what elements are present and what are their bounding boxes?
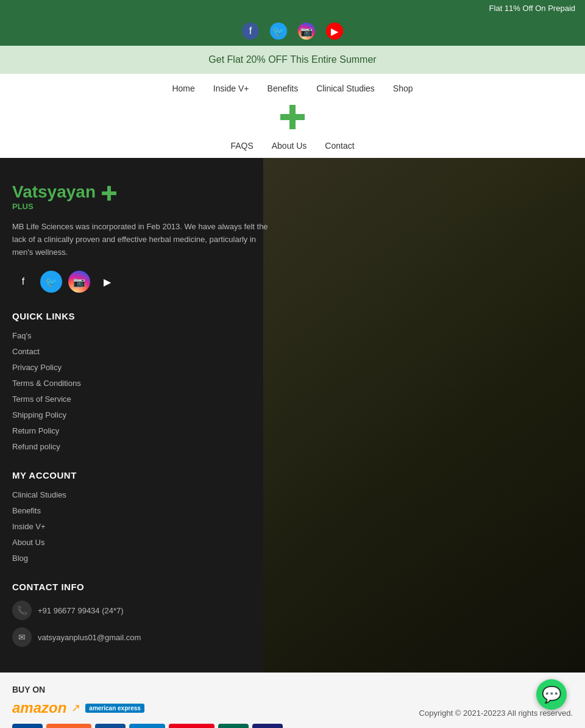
promo-banner: Get Flat 20% OFF This Entire Summer <box>0 46 585 74</box>
footer-background-image <box>263 158 585 673</box>
link-terms-conditions[interactable]: Terms & Conditions <box>12 379 81 388</box>
link-shipping-policy[interactable]: Shipping Policy <box>12 410 66 419</box>
logo-cross-icon <box>277 102 308 132</box>
link-return-policy[interactable]: Return Policy <box>12 426 59 435</box>
youtube-icon[interactable]: ▶ <box>326 23 343 40</box>
list-item: Terms of Service <box>12 393 274 404</box>
discover-card: DISCOVER <box>46 724 91 728</box>
bottom-bar: BUY ON amazon ↗ american express Diners … <box>0 673 585 728</box>
footer-social-icons: f 🐦 📷 ▶ <box>12 271 274 293</box>
link-blog[interactable]: Blog <box>12 554 28 563</box>
list-item: About Us <box>12 537 274 548</box>
my-account-list: Clinical Studies Benefits Inside V+ Abou… <box>12 489 274 563</box>
amazon-logo[interactable]: amazon ↗ american express <box>12 699 283 716</box>
twitter-icon[interactable]: 🐦 <box>270 23 287 40</box>
buy-on-section: BUY ON amazon ↗ american express Diners … <box>12 685 283 728</box>
footer-brand-vatsyayan: Vatsyayan <box>12 182 96 201</box>
nav-benefits[interactable]: Benefits <box>268 84 299 93</box>
link-terms-service[interactable]: Terms of Service <box>12 394 71 404</box>
quick-links-list: Faq's Contact Privacy Policy Terms & Con… <box>12 330 274 452</box>
list-item: Inside V+ <box>12 521 274 532</box>
nav-about-us[interactable]: About Us <box>272 141 307 151</box>
copyright-text: Copyright © 2021-20223 All rights reserv… <box>419 708 573 718</box>
announcement-bar: Flat 11% Off On Prepaid <box>0 0 585 16</box>
contact-info-title: CONTACT INFO <box>12 582 274 592</box>
svg-rect-1 <box>280 114 305 120</box>
phone-icon: 📞 <box>12 601 32 620</box>
nav-shop[interactable]: Shop <box>393 84 413 93</box>
list-item: Blog <box>12 552 274 563</box>
list-item: Contact <box>12 346 274 357</box>
social-bar: f 🐦 📷 ▶ <box>0 16 585 46</box>
footer-description: MB Life Sciences was incorporated in Feb… <box>12 221 274 259</box>
footer-logo-plus: PLUS <box>12 202 118 211</box>
link-refund-policy[interactable]: Refund policy <box>12 442 60 451</box>
link-benefits[interactable]: Benefits <box>12 506 41 515</box>
whatsapp-button[interactable]: 💬 <box>536 679 567 710</box>
footer-facebook-icon[interactable]: f <box>12 271 34 293</box>
nav-home[interactable]: Home <box>172 84 194 93</box>
contact-email[interactable]: vatsyayanplus01@gmail.com <box>38 633 141 642</box>
amazon-arrow-icon: ↗ <box>71 701 80 715</box>
nav-contact[interactable]: Contact <box>325 141 354 151</box>
announcement-text: Flat 11% Off On Prepaid <box>489 4 575 13</box>
mastercard-card: mastercard <box>169 724 214 728</box>
contact-email-item: ✉ vatsyayanplus01@gmail.com <box>12 627 274 647</box>
buy-on-label: BUY ON <box>12 685 283 694</box>
link-faqs[interactable]: Faq's <box>12 331 31 340</box>
maestro-card: maestro <box>129 724 165 728</box>
main-nav: Home Inside V+ Benefits Clinical Studies… <box>0 74 585 158</box>
list-item: Benefits <box>12 505 274 516</box>
jcb-card: JCB <box>95 724 126 728</box>
whatsapp-icon: 💬 <box>542 685 561 704</box>
footer-cross-svg <box>101 185 118 202</box>
quick-links-title: QUICK LINKS <box>12 311 274 321</box>
amex-badge: american express <box>85 704 144 713</box>
my-account-title: MY ACCOUNT <box>12 470 274 480</box>
nav-top-links: Home Inside V+ Benefits Clinical Studies… <box>0 80 585 97</box>
footer-youtube-icon[interactable]: ▶ <box>96 271 118 293</box>
email-icon: ✉ <box>12 627 32 647</box>
list-item: Refund policy <box>12 441 274 452</box>
contact-phone[interactable]: +91 96677 99434 (24*7) <box>38 606 124 615</box>
list-item: Clinical Studies <box>12 489 274 500</box>
link-privacy-policy[interactable]: Privacy Policy <box>12 363 62 372</box>
contact-phone-item: 📞 +91 96677 99434 (24*7) <box>12 601 274 620</box>
list-item: Privacy Policy <box>12 362 274 373</box>
footer-content: Vatsyayan PLUS MB Life Sciences was inco… <box>0 158 292 673</box>
payment-cards: Diners DISCOVER JCB maestro mastercard R… <box>12 724 283 728</box>
list-item: Shipping Policy <box>12 409 274 420</box>
list-item: Faq's <box>12 330 274 341</box>
nav-logo-container[interactable] <box>277 97 308 137</box>
amazon-text: amazon <box>12 699 66 716</box>
link-contact[interactable]: Contact <box>12 347 40 356</box>
visa-card: VISA <box>252 724 283 728</box>
nav-bottom-links: FAQS About Us Contact <box>0 137 585 158</box>
footer-twitter-icon[interactable]: 🐦 <box>40 271 62 293</box>
link-clinical-studies[interactable]: Clinical Studies <box>12 490 66 499</box>
list-item: Return Policy <box>12 425 274 436</box>
nav-faqs[interactable]: FAQS <box>230 141 253 151</box>
footer-instagram-icon[interactable]: 📷 <box>68 271 90 293</box>
link-inside-v[interactable]: Inside V+ <box>12 522 46 531</box>
footer-logo-brand: Vatsyayan PLUS <box>12 182 118 211</box>
footer-logo: Vatsyayan PLUS <box>12 182 274 211</box>
instagram-icon[interactable]: 📷 <box>298 23 315 40</box>
promo-text: Get Flat 20% OFF This Entire Summer <box>208 54 376 65</box>
link-about-us[interactable]: About Us <box>12 538 44 547</box>
rupay-card: RuPay <box>218 724 249 728</box>
diners-card: Diners <box>12 724 43 728</box>
facebook-icon[interactable]: f <box>242 23 259 40</box>
nav-inside-v[interactable]: Inside V+ <box>213 84 249 93</box>
footer-section: Vatsyayan PLUS MB Life Sciences was inco… <box>0 158 585 673</box>
list-item: Terms & Conditions <box>12 377 274 388</box>
nav-clinical-studies[interactable]: Clinical Studies <box>316 84 375 93</box>
svg-rect-3 <box>102 191 116 195</box>
